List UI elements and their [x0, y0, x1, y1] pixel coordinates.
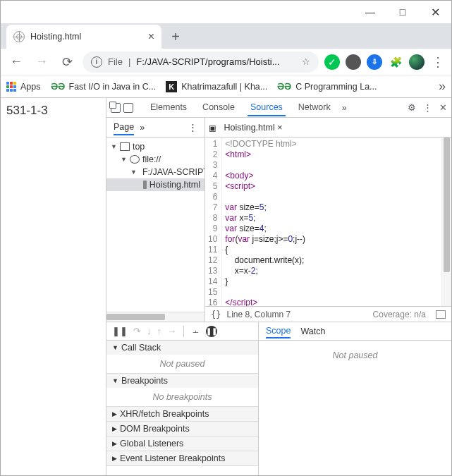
source-editor-pane: ▣ Hoisting.html × 1234567891011121314151…	[205, 118, 451, 322]
navigator-more-tabs[interactable]: »	[140, 123, 145, 133]
navigator-scrollbar[interactable]	[106, 312, 204, 322]
file-tree-item[interactable]: ▼F:/JAVA-SCRIPT/pro	[106, 166, 204, 178]
navigator-menu-icon[interactable]: ⋮	[188, 122, 197, 133]
devtools-close-button[interactable]: ✕	[439, 102, 447, 113]
browser-menu-button[interactable]: ⋮	[430, 54, 446, 70]
tab-close-button[interactable]: ×	[148, 30, 154, 43]
section-label: Event Listener Breakpoints	[120, 453, 225, 463]
browser-tab[interactable]: Hoisting.html ×	[6, 25, 161, 49]
step-button[interactable]: →	[167, 326, 176, 336]
scope-watch-pane: ScopeWatch Not paused	[259, 322, 451, 475]
scope-tab-scope[interactable]: Scope	[266, 324, 291, 338]
source-file-tab[interactable]: Hoisting.html ×	[221, 121, 285, 134]
tab-title: Hoisting.html	[30, 32, 81, 42]
inspect-element-icon[interactable]	[111, 103, 121, 113]
coverage-label: Coverage: n/a	[373, 310, 426, 319]
cursor-position: Line 8, Column 7	[226, 310, 291, 319]
section-header[interactable]: ▶DOM Breakpoints	[106, 422, 258, 436]
section-header[interactable]: ▼Call Stack	[106, 341, 258, 355]
disclosure-triangle-icon[interactable]: ▼	[111, 143, 117, 150]
back-button[interactable]: ←	[6, 52, 26, 72]
device-toolbar-icon[interactable]	[123, 103, 133, 113]
disclosure-triangle-icon[interactable]: ▼	[130, 169, 137, 176]
bookmark-item[interactable]: KKhatrimazafull | Kha...	[166, 81, 267, 92]
site-info-icon[interactable]: i	[91, 56, 102, 68]
reload-button[interactable]: ⟳	[57, 52, 77, 72]
disclosure-triangle-icon: ▶	[112, 410, 117, 417]
bookmark-label: Fast I/O in Java in C...	[69, 82, 157, 92]
window-minimize-button[interactable]: —	[354, 1, 386, 23]
section-header[interactable]: ▶XHR/fetch Breakpoints	[106, 407, 258, 421]
open-file-icon[interactable]: ▣	[209, 122, 215, 133]
disclosure-triangle-icon: ▼	[112, 344, 118, 351]
section-body: Not paused	[106, 355, 258, 373]
tree-label: file://	[142, 154, 161, 164]
debugger-section: ▼BreakpointsNo breakpoints	[106, 374, 258, 407]
navigator-page-tab[interactable]: Page	[114, 120, 134, 135]
devtools-tab-network[interactable]: Network	[295, 99, 334, 116]
url-path: F:/JAVA-SCRIPT/programs/Hoisti...	[136, 56, 279, 67]
cloud-icon	[130, 155, 140, 164]
devtools-settings-icon[interactable]: ⚙	[408, 102, 416, 113]
url-sep: |	[128, 56, 130, 67]
extension-idm-icon[interactable]: ⇩	[367, 54, 382, 70]
line-number-gutter[interactable]: 123456789101112131415161718	[205, 138, 222, 306]
deactivate-breakpoints-button[interactable]: ⫠	[191, 326, 200, 336]
file-tree-item[interactable]: Hoisting.html	[106, 178, 204, 191]
section-label: XHR/fetch Breakpoints	[120, 409, 209, 419]
section-header[interactable]: ▶Event Listener Breakpoints	[106, 451, 258, 465]
window-titlebar: — □ ✕	[1, 1, 451, 23]
section-header[interactable]: ▼Breakpoints	[106, 374, 258, 388]
new-tab-button[interactable]: +	[166, 27, 185, 47]
step-into-button[interactable]: ↓	[147, 326, 152, 336]
sources-navigator: Page » ⋮ ▼top▼file://▼F:/JAVA-SCRIPT/pro…	[106, 118, 205, 322]
browser-toolbar: ← → ⟳ i File | F:/JAVA-SCRIPT/programs/H…	[1, 49, 451, 75]
devtools-tab-sources[interactable]: Sources	[248, 99, 286, 116]
scope-tab-watch[interactable]: Watch	[300, 327, 325, 336]
step-over-button[interactable]: ↷	[133, 326, 141, 336]
khatrimaza-icon: K	[166, 81, 177, 92]
page-content: 531-1-3	[1, 98, 106, 475]
extension-dark-icon[interactable]	[346, 54, 361, 70]
section-header[interactable]: ▶Global Listeners	[106, 437, 258, 451]
omnibox[interactable]: i File | F:/JAVA-SCRIPT/programs/Hoisti.…	[83, 51, 319, 73]
rect-icon	[120, 142, 130, 151]
apps-shortcut[interactable]: Apps	[6, 82, 41, 92]
section-label: Global Listeners	[120, 439, 183, 448]
file-icon	[143, 181, 147, 189]
debugger-pane: ❚❚ ↷ ↓ ↑ → ⫠ ❚❚ ▼Call StackNot paused▼Br…	[106, 322, 259, 475]
bookmarks-bar: Apps ӘӘFast I/O in Java in C...KKhatrima…	[1, 75, 451, 98]
devtools-more-tabs[interactable]: »	[342, 103, 347, 113]
devtools-menu-icon[interactable]: ⋮	[423, 102, 432, 113]
source-code[interactable]: <!DOCTYPE html><html> <body><script> var…	[222, 138, 441, 306]
bookmark-item[interactable]: ӘӘFast I/O in Java in C...	[51, 81, 157, 92]
apps-icon	[6, 82, 16, 92]
bookmark-item[interactable]: ӘӘC Programming La...	[277, 81, 377, 92]
url-scheme: File	[108, 56, 123, 67]
debugger-section: ▶Global Listeners	[106, 437, 258, 451]
file-tree-item[interactable]: ▼file://	[106, 153, 204, 166]
pretty-print-icon[interactable]	[211, 310, 221, 319]
extensions-menu-icon[interactable]: 🧩	[388, 54, 403, 70]
step-out-button[interactable]: ↑	[157, 326, 162, 336]
window-close-button[interactable]: ✕	[419, 1, 451, 23]
debugger-section: ▶XHR/fetch Breakpoints	[106, 407, 258, 422]
disclosure-triangle-icon: ▶	[112, 455, 117, 462]
bookmark-star-icon[interactable]: ☆	[302, 56, 310, 67]
toggle-drawer-icon[interactable]	[436, 310, 446, 319]
window-maximize-button[interactable]: □	[386, 1, 419, 23]
devtools-tab-elements[interactable]: Elements	[147, 99, 190, 116]
main-area: 531-1-3 ElementsConsoleSourcesNetwork » …	[1, 98, 451, 475]
source-vertical-scrollbar[interactable]	[441, 138, 451, 306]
pause-button[interactable]: ❚❚	[112, 326, 128, 336]
tree-label: F:/JAVA-SCRIPT/pro	[142, 167, 204, 177]
devtools-tab-console[interactable]: Console	[200, 99, 238, 116]
extension-grammarly-icon[interactable]: ✓	[324, 54, 340, 70]
forward-button[interactable]: →	[32, 52, 51, 72]
source-file-close[interactable]: ×	[277, 123, 282, 133]
file-tree-item[interactable]: ▼top	[106, 140, 204, 153]
disclosure-triangle-icon[interactable]: ▼	[121, 156, 127, 163]
bookmarks-overflow-button[interactable]: »	[439, 79, 446, 94]
profile-avatar-icon[interactable]	[409, 54, 424, 70]
pause-on-exceptions-button[interactable]: ❚❚	[206, 326, 217, 337]
